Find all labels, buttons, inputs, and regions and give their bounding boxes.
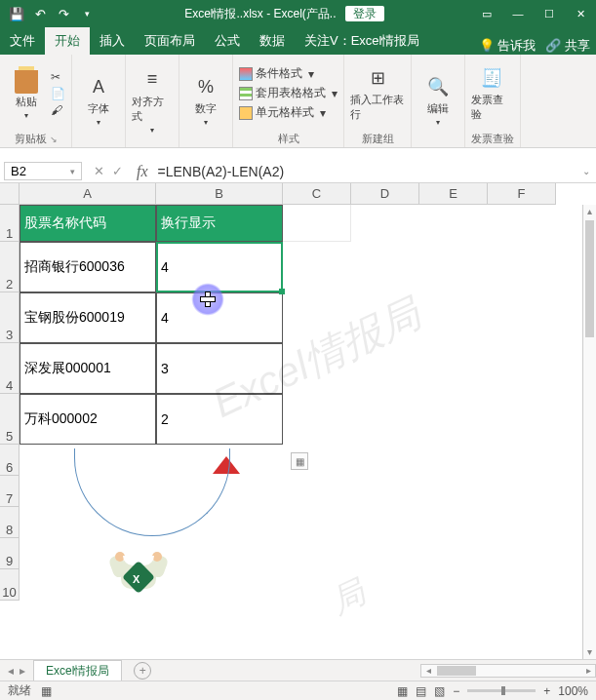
font-icon: A (86, 74, 111, 99)
group-edit: 🔍编辑▾ (412, 55, 465, 147)
name-box[interactable]: B2▾ (4, 162, 82, 180)
save-icon[interactable]: 💾 (8, 5, 25, 22)
tab-data[interactable]: 数据 (250, 27, 295, 55)
font-button[interactable]: A字体▾ (78, 74, 119, 127)
group-invoice: 🧾发票查验 发票查验 (465, 55, 521, 147)
tab-home[interactable]: 开始 (45, 27, 90, 55)
copy-icon[interactable]: 📄 (51, 87, 65, 100)
title-bar: 💾 ↶ ↷ ▾ Excel情报..xlsx - Excel(产品.. 登录 ▭ … (0, 0, 596, 27)
expand-formula-icon[interactable]: ⌄ (576, 166, 596, 176)
group-align: ≡对齐方式▾ (126, 55, 179, 147)
curved-arrow-icon (74, 448, 230, 536)
view-normal-icon[interactable]: ▦ (397, 684, 408, 698)
horizontal-scrollbar[interactable]: ◂ ▸ (420, 664, 596, 678)
formula-bar: B2▾ ✕ ✓ fx =LENB(A2)-LEN(A2) ⌄ (0, 160, 596, 183)
undo-icon[interactable]: ↶ (31, 5, 49, 22)
search-icon: 🔍 (425, 74, 451, 99)
cut-icon[interactable]: ✂ (51, 70, 65, 84)
tab-insert[interactable]: 插入 (90, 27, 135, 55)
cell-A1[interactable]: 股票名称代码 (20, 205, 156, 242)
table-format-button[interactable]: 套用表格格式 ▾ (239, 85, 338, 101)
minimize-icon[interactable]: — (502, 0, 534, 27)
format-painter-icon[interactable]: 🖌 (51, 103, 65, 117)
status-ready: 就绪 (8, 682, 31, 699)
group-number: %数字▾ (179, 55, 233, 147)
chevron-down-icon[interactable]: ▾ (24, 111, 28, 120)
vertical-scrollbar[interactable]: ▴ ▾ (582, 205, 596, 659)
tab-follow[interactable]: 关注V：Excel情报局 (295, 27, 429, 55)
redo-icon[interactable]: ↷ (55, 5, 72, 22)
tab-layout[interactable]: 页面布局 (135, 27, 205, 55)
close-icon[interactable]: ✕ (565, 0, 596, 27)
group-clipboard: 粘贴 ▾ ✂ 📄 🖌 剪贴板↘ (0, 55, 72, 147)
invoice-button[interactable]: 🧾发票查验 (471, 65, 512, 122)
scrollbar-thumb[interactable] (585, 220, 594, 337)
scroll-right-icon[interactable]: ▸ (581, 665, 595, 676)
view-pagelayout-icon[interactable]: ▤ (416, 684, 426, 698)
conditional-format-icon (239, 67, 253, 81)
scroll-up-icon[interactable]: ▴ (583, 205, 596, 218)
fx-icon[interactable]: fx (131, 163, 154, 180)
ribbon: 粘贴 ▾ ✂ 📄 🖌 剪贴板↘ A字体▾ ≡对齐方式▾ %数字▾ 条件格式 ▾ … (0, 55, 596, 148)
row-headers[interactable]: 1 2 3 4 5 6 7 8 9 10 (0, 205, 20, 601)
group-styles: 条件格式 ▾ 套用表格格式 ▾ 单元格样式 ▾ 样式 (233, 55, 344, 147)
sheet-tab[interactable]: Excel情报局 (33, 660, 122, 681)
align-icon: ≡ (139, 67, 165, 93)
formula-input[interactable]: =LENB(A2)-LEN(A2) (154, 164, 576, 179)
select-all-corner[interactable] (0, 183, 20, 205)
invoice-icon: 🧾 (479, 65, 504, 91)
cell-styles-icon (239, 106, 253, 120)
tellme-icon[interactable]: 💡 告诉我 (479, 37, 536, 55)
new-sheet-icon[interactable]: + (134, 662, 151, 680)
cell-A4[interactable]: 深发展000001 (20, 343, 156, 394)
align-button[interactable]: ≡对齐方式▾ (132, 67, 173, 135)
zoom-level[interactable]: 100% (558, 684, 588, 698)
status-bar: 就绪 ▦ ▦ ▤ ▧ − + 100% (0, 681, 596, 700)
column-headers[interactable]: A B C D E F (20, 183, 596, 205)
cell-B2[interactable]: 4 (156, 242, 283, 292)
cell-A2[interactable]: 招商银行600036 (20, 242, 156, 292)
scrollbar-thumb[interactable] (437, 666, 476, 676)
cell-styles-button[interactable]: 单元格样式 ▾ (239, 104, 338, 121)
watermark: 局 (324, 570, 373, 625)
insert-row-button[interactable]: ⊞插入工作表行 (350, 65, 405, 122)
edit-button[interactable]: 🔍编辑▾ (417, 74, 458, 127)
share-button[interactable]: 🔗 共享 (545, 37, 590, 55)
cell-B4[interactable]: 3 (156, 343, 283, 394)
worksheet[interactable]: 1 2 3 4 5 6 7 8 9 10 A B C D E F 股票名称代码 … (0, 183, 596, 659)
confirm-formula-icon[interactable]: ✓ (112, 164, 123, 178)
percent-icon: % (193, 74, 219, 99)
zoom-slider[interactable] (467, 689, 536, 692)
qat-more-icon[interactable]: ▾ (78, 5, 96, 22)
scroll-left-icon[interactable]: ◂ (421, 665, 435, 676)
sheet-nav-next-icon[interactable]: ▸ (20, 664, 25, 678)
view-pagebreak-icon[interactable]: ▧ (434, 684, 445, 698)
group-newgroup: ⊞插入工作表行 新建组 (344, 55, 412, 147)
cell-B5[interactable]: 2 (156, 394, 283, 445)
cancel-formula-icon[interactable]: ✕ (94, 164, 104, 178)
cell-A5[interactable]: 万科000002 (20, 394, 156, 445)
cell-B3[interactable]: 4 (156, 292, 283, 343)
maximize-icon[interactable]: ☐ (534, 0, 565, 27)
paste-button[interactable]: 粘贴 ▾ (6, 67, 47, 120)
cell-A3[interactable]: 宝钢股份600019 (20, 292, 156, 343)
tab-file[interactable]: 文件 (0, 27, 45, 55)
table-format-icon (239, 87, 253, 100)
tab-formulas[interactable]: 公式 (205, 27, 250, 55)
scroll-down-icon[interactable]: ▾ (583, 645, 596, 659)
dialog-launcher-icon[interactable]: ↘ (50, 135, 58, 144)
ribbon-options-icon[interactable]: ▭ (471, 0, 502, 27)
login-button[interactable]: 登录 (345, 6, 384, 21)
sheet-nav-prev-icon[interactable]: ◂ (8, 664, 14, 678)
chevron-down-icon[interactable]: ▾ (70, 167, 75, 176)
macro-record-icon[interactable]: ▦ (41, 684, 52, 698)
zoom-out-icon[interactable]: − (453, 684, 459, 698)
autofill-options-icon[interactable]: ▦ (291, 452, 308, 470)
conditional-format-button[interactable]: 条件格式 ▾ (239, 65, 338, 82)
excel-hero-icon: X (109, 546, 168, 601)
zoom-in-icon[interactable]: + (543, 684, 550, 698)
sheet-tabs-bar: ◂ ▸ Excel情报局 + ◂ ▸ (0, 659, 596, 681)
cell-B1[interactable]: 换行显示 (156, 205, 283, 242)
paste-icon (15, 66, 38, 94)
number-button[interactable]: %数字▾ (185, 74, 226, 127)
